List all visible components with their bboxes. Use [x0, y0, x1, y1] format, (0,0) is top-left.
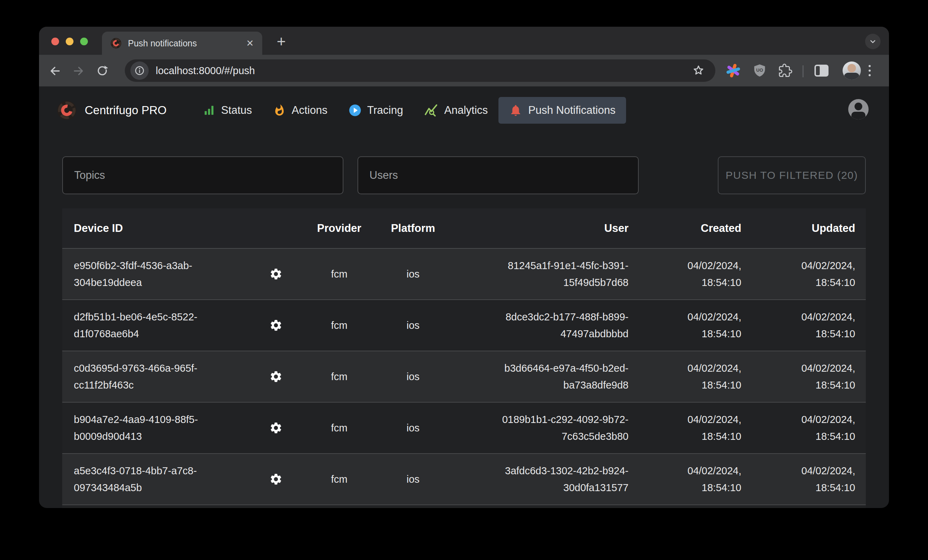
nav-item-actions[interactable]: Actions: [263, 97, 338, 124]
puzzle-icon: [778, 64, 792, 78]
users-input[interactable]: [357, 156, 639, 194]
platform-cell: ios: [376, 473, 450, 485]
platform-cell: ios: [376, 320, 450, 331]
table-row-clipped: [62, 505, 866, 508]
nav-item-push-notifications[interactable]: Push Notifications: [498, 97, 626, 124]
window-minimize-button[interactable]: [66, 38, 73, 45]
device-id-cell: a5e3c4f3-0718-4bb7-a7c8-097343484a5b: [62, 462, 250, 496]
play-circle-icon: [349, 104, 361, 117]
updated-cell: 04/02/2024, 18:54:10: [741, 360, 866, 394]
table-header: Device ID Provider Platform User Created…: [62, 208, 866, 249]
provider-cell: fcm: [302, 371, 376, 383]
bar-chart-icon: [203, 104, 215, 116]
flame-icon: [273, 104, 286, 117]
device-id-cell: d2fb51b1-be06-4e5c-8522-d1f0768ae6b4: [62, 309, 250, 342]
col-header-platform: Platform: [376, 222, 450, 235]
user-cell: b3d66464-e97a-4f50-b2ed-ba73a8dfe9d8: [450, 360, 640, 394]
browser-toolbar: localhost:8000/#/push UO: [39, 55, 889, 87]
side-panel-button[interactable]: [815, 65, 829, 77]
nav-item-status[interactable]: Status: [192, 97, 263, 124]
gear-icon: [269, 370, 282, 383]
window-close-button[interactable]: [51, 38, 59, 45]
gear-icon: [269, 421, 282, 435]
user-avatar[interactable]: [848, 99, 868, 119]
brand[interactable]: Centrifugo PRO: [56, 100, 166, 120]
gear-icon: [269, 473, 282, 486]
kebab-dot: [868, 74, 871, 76]
extension-asterisk-button[interactable]: [725, 63, 741, 78]
device-id-cell: c0d3695d-9763-466a-965f-cc11f2bf463c: [62, 360, 250, 394]
device-id-cell: b904a7e2-4aa9-4109-88f5-b0009d90d413: [62, 411, 250, 445]
device-settings-button[interactable]: [250, 473, 302, 486]
col-header-updated: Updated: [741, 222, 866, 235]
site-info-button[interactable]: [130, 61, 149, 80]
side-panel-icon: [815, 65, 829, 77]
updated-cell: 04/02/2024, 18:54:10: [741, 411, 866, 445]
url-text[interactable]: localhost:8000/#/push: [156, 65, 692, 77]
svg-text:UO: UO: [756, 67, 763, 73]
col-header-device-id: Device ID: [62, 222, 250, 235]
bell-icon: [509, 103, 522, 117]
provider-cell: fcm: [302, 422, 376, 434]
ublock-extension-button[interactable]: UO: [752, 64, 767, 78]
kebab-dot: [868, 70, 871, 72]
nav-label: Analytics: [444, 104, 488, 117]
back-button[interactable]: [49, 65, 61, 77]
table-row: a5e3c4f3-0718-4bb7-a7c8-097343484a5b fcm…: [62, 454, 866, 505]
browser-window: Push notifications ✕ +: [39, 27, 889, 508]
device-settings-button[interactable]: [250, 319, 302, 332]
created-cell: 04/02/2024, 18:54:10: [640, 462, 741, 496]
table-row: c0d3695d-9763-466a-965f-cc11f2bf463c fcm…: [62, 352, 866, 403]
updated-cell: 04/02/2024, 18:54:10: [741, 462, 866, 496]
browser-menu-button[interactable]: [868, 65, 871, 76]
kebab-dot: [868, 65, 871, 67]
forward-button[interactable]: [72, 65, 85, 77]
device-settings-button[interactable]: [250, 267, 302, 281]
provider-cell: fcm: [302, 268, 376, 280]
nav-item-analytics[interactable]: Analytics: [414, 97, 498, 124]
address-bar[interactable]: localhost:8000/#/push: [125, 59, 715, 82]
nav-label: Tracing: [367, 104, 403, 117]
tab-strip: Push notifications ✕ +: [39, 27, 889, 55]
gear-icon: [269, 267, 282, 281]
toolbar-divider: [803, 65, 804, 77]
browser-tab[interactable]: Push notifications ✕: [102, 32, 262, 55]
screen: Push notifications ✕ +: [0, 0, 928, 560]
created-cell: 04/02/2024, 18:54:10: [640, 257, 741, 291]
gear-icon: [269, 319, 282, 332]
nav-label: Status: [221, 104, 252, 117]
topics-input[interactable]: [62, 156, 343, 194]
nav-label: Push Notifications: [528, 104, 615, 117]
updated-cell: 04/02/2024, 18:54:10: [741, 257, 866, 291]
user-cell: 81245a1f-91e1-45fc-b391-15f49d5b7d68: [450, 257, 640, 291]
new-tab-button[interactable]: +: [272, 33, 290, 50]
reload-button[interactable]: [96, 65, 108, 77]
tab-search-button[interactable]: [865, 34, 881, 49]
nav-label: Actions: [292, 104, 328, 117]
nav-item-tracing[interactable]: Tracing: [338, 97, 414, 124]
col-header-user: User: [450, 222, 640, 235]
col-header-created: Created: [640, 222, 741, 235]
bookmark-star-button[interactable]: [692, 64, 705, 77]
forward-arrow-icon: [72, 65, 85, 77]
analytics-zigzag-icon: [424, 103, 438, 117]
user-cell: 8dce3dc2-b177-488f-b899-47497abdbbbd: [450, 309, 640, 342]
created-cell: 04/02/2024, 18:54:10: [640, 360, 741, 394]
star-icon: [692, 64, 705, 77]
platform-cell: ios: [376, 268, 450, 280]
provider-cell: fcm: [302, 320, 376, 331]
device-id-cell: e950f6b2-3fdf-4536-a3ab-304be19ddeea: [62, 257, 250, 291]
back-arrow-icon: [49, 65, 61, 77]
device-settings-button[interactable]: [250, 421, 302, 435]
table-row: e950f6b2-3fdf-4536-a3ab-304be19ddeea fcm…: [62, 249, 866, 300]
push-to-filtered-button[interactable]: PUSH TO FILTERED (20): [718, 156, 866, 194]
device-settings-button[interactable]: [250, 370, 302, 383]
table-row: b904a7e2-4aa9-4109-88f5-b0009d90d413 fcm…: [62, 403, 866, 454]
centrifugo-logo: [56, 100, 77, 120]
browser-profile-avatar[interactable]: [843, 61, 861, 80]
extensions-menu-button[interactable]: [778, 64, 792, 78]
window-zoom-button[interactable]: [80, 38, 88, 45]
created-cell: 04/02/2024, 18:54:10: [640, 309, 741, 342]
tab-close-icon[interactable]: ✕: [246, 39, 254, 48]
chevron-down-icon: [868, 37, 878, 46]
